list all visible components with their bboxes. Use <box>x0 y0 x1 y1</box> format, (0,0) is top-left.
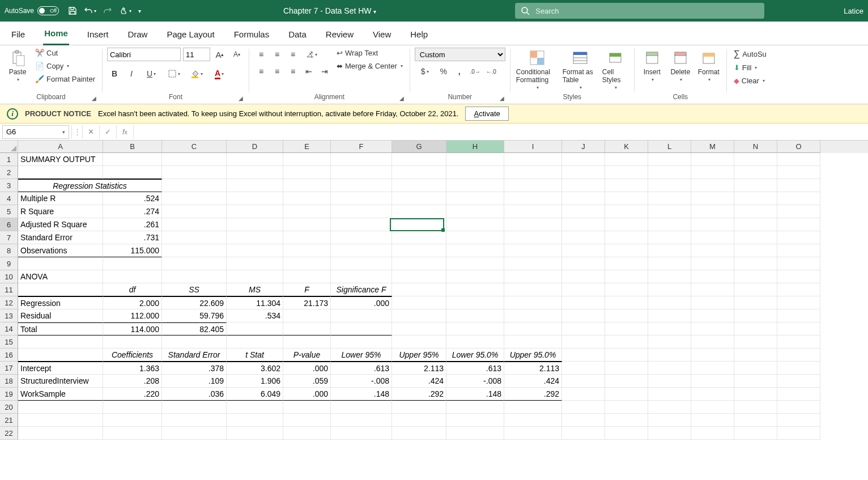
increase-font-icon[interactable]: A▴ <box>212 48 227 61</box>
row-header[interactable]: 13 <box>0 309 18 322</box>
cell-B18[interactable]: .208 <box>103 375 162 388</box>
col-header[interactable]: B <box>103 141 162 153</box>
cell-L1[interactable] <box>648 153 691 166</box>
cell-O11[interactable] <box>777 283 820 296</box>
cell-O16[interactable] <box>777 349 820 362</box>
tab-insert[interactable]: Insert <box>86 25 110 45</box>
cell-A6[interactable]: Adjusted R Square <box>18 218 103 231</box>
cell-D21[interactable] <box>227 414 283 427</box>
document-title[interactable]: Chapter 7 - Data Set HW ▾ <box>144 6 515 15</box>
cell-E7[interactable] <box>283 231 331 244</box>
paste-button[interactable]: Paste▾ <box>5 48 31 83</box>
cell-K4[interactable] <box>605 192 648 205</box>
cell-J4[interactable] <box>562 192 605 205</box>
cell-E1[interactable] <box>283 153 331 166</box>
cell-F8[interactable] <box>331 244 392 257</box>
cell-K15[interactable] <box>605 335 648 349</box>
cell-C18[interactable]: .109 <box>162 375 227 388</box>
cell-C15[interactable] <box>162 335 227 349</box>
cell-J16[interactable] <box>562 349 605 362</box>
select-all-corner[interactable] <box>0 141 18 153</box>
cell-K7[interactable] <box>605 231 648 244</box>
cell-J3[interactable] <box>562 179 605 192</box>
cell-B1[interactable] <box>103 153 162 166</box>
cell-I4[interactable] <box>504 192 562 205</box>
cell-J17[interactable] <box>562 362 605 375</box>
cell-B2[interactable] <box>103 166 162 179</box>
delete-cells-button[interactable]: Delete▾ <box>667 48 693 83</box>
cell-A17[interactable]: Intercept <box>18 362 103 375</box>
redo-icon[interactable] <box>100 4 116 18</box>
cell-A14[interactable]: Total <box>18 322 103 335</box>
col-header[interactable]: H <box>446 141 504 153</box>
cell-E21[interactable] <box>283 414 331 427</box>
cell-M5[interactable] <box>691 205 734 218</box>
cell-G3[interactable] <box>392 179 446 192</box>
cell-H20[interactable] <box>446 401 504 414</box>
cell-H18[interactable]: -.008 <box>446 375 504 388</box>
search-box[interactable] <box>515 3 764 19</box>
cell-M20[interactable] <box>691 401 734 414</box>
cell-G22[interactable] <box>392 427 446 440</box>
cell-B12[interactable]: 2.000 <box>103 296 162 309</box>
align-right-icon[interactable]: ≡ <box>286 65 300 78</box>
cell-I12[interactable] <box>504 296 562 309</box>
cell-J18[interactable] <box>562 375 605 388</box>
cell-H5[interactable] <box>446 205 504 218</box>
cell-L3[interactable] <box>648 179 691 192</box>
cell-N10[interactable] <box>734 270 777 283</box>
copy-button[interactable]: 📄Copy▾ <box>33 61 97 71</box>
cell-D19[interactable]: 6.049 <box>227 388 283 401</box>
cell-H11[interactable] <box>446 283 504 296</box>
cell-G20[interactable] <box>392 401 446 414</box>
cell-A21[interactable] <box>18 414 103 427</box>
cell-N14[interactable] <box>734 322 777 335</box>
cell-N1[interactable] <box>734 153 777 166</box>
cell-J11[interactable] <box>562 283 605 296</box>
autosum-button[interactable]: ∑AutoSu <box>731 48 769 60</box>
cell-O15[interactable] <box>777 335 820 349</box>
cell-O7[interactable] <box>777 231 820 244</box>
cell-E4[interactable] <box>283 192 331 205</box>
cell-I9[interactable] <box>504 257 562 270</box>
cell-F18[interactable]: -.008 <box>331 375 392 388</box>
cell-C12[interactable]: 22.609 <box>162 296 227 309</box>
cell-M10[interactable] <box>691 270 734 283</box>
increase-decimal-icon[interactable]: .0→ <box>468 65 483 78</box>
cell-E9[interactable] <box>283 257 331 270</box>
cell-H15[interactable] <box>446 335 504 349</box>
cell-I10[interactable] <box>504 270 562 283</box>
cell-B5[interactable]: .274 <box>103 205 162 218</box>
cell-L21[interactable] <box>648 414 691 427</box>
cell-G2[interactable] <box>392 166 446 179</box>
cell-L10[interactable] <box>648 270 691 283</box>
cell-F11[interactable]: Significance F <box>331 283 392 296</box>
cell-L4[interactable] <box>648 192 691 205</box>
cell-N5[interactable] <box>734 205 777 218</box>
cell-A9[interactable] <box>18 257 103 270</box>
cell-J6[interactable] <box>562 218 605 231</box>
cell-J5[interactable] <box>562 205 605 218</box>
cell-I15[interactable] <box>504 335 562 349</box>
row-header[interactable]: 5 <box>0 205 18 218</box>
comma-icon[interactable]: , <box>452 65 467 78</box>
cell-L13[interactable] <box>648 309 691 322</box>
cell-N16[interactable] <box>734 349 777 362</box>
cell-F9[interactable] <box>331 257 392 270</box>
cell-I3[interactable] <box>504 179 562 192</box>
cell-O22[interactable] <box>777 427 820 440</box>
col-header[interactable]: F <box>331 141 392 153</box>
col-header[interactable]: O <box>777 141 820 153</box>
cell-H7[interactable] <box>446 231 504 244</box>
cell-A22[interactable] <box>18 427 103 440</box>
currency-icon[interactable]: $▾ <box>415 65 435 78</box>
cell-M16[interactable] <box>691 349 734 362</box>
cell-G19[interactable]: .292 <box>392 388 446 401</box>
cell-O14[interactable] <box>777 322 820 335</box>
cell-F2[interactable] <box>331 166 392 179</box>
underline-button[interactable]: U▾ <box>141 67 161 80</box>
cell-A16[interactable] <box>18 349 103 362</box>
cell-L15[interactable] <box>648 335 691 349</box>
cell-K17[interactable] <box>605 362 648 375</box>
cell-M2[interactable] <box>691 166 734 179</box>
